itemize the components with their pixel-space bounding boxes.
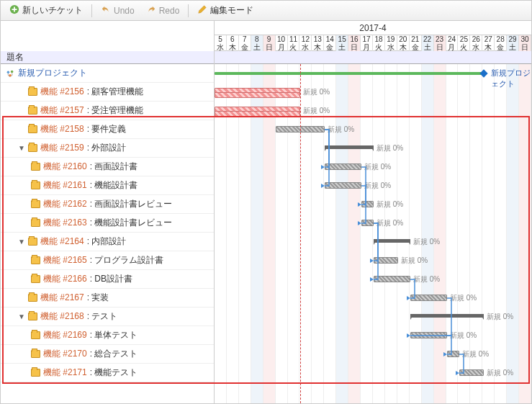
- task-link[interactable]: 機能 #2164: [40, 235, 84, 248]
- gantt-row-2167: 新規 0%: [215, 289, 531, 308]
- gantt-group-bar[interactable]: [325, 145, 374, 149]
- task-row-2168[interactable]: ▼機能 #2168: テスト: [1, 308, 214, 326]
- task-link[interactable]: 機能 #2162: [43, 198, 87, 210]
- gantt-bar[interactable]: [410, 332, 447, 338]
- svg-point-1: [7, 71, 10, 73]
- gantt-group-bar[interactable]: [374, 239, 410, 243]
- task-link[interactable]: 機能 #2167: [40, 292, 84, 304]
- task-name: : 総合テスト: [90, 348, 138, 360]
- task-name: : DB設計書: [90, 273, 132, 285]
- task-rows: 新規プロジェクト 機能 #2156: 顧客管理機能機能 #2157: 受注管理機…: [1, 64, 214, 403]
- task-row-2170[interactable]: 機能 #2170: 総合テスト: [1, 345, 214, 364]
- status-label: 新規 0%: [450, 331, 477, 341]
- redo-label: Redo: [159, 6, 180, 16]
- gantt-bar[interactable]: [410, 295, 447, 301]
- task-link[interactable]: 機能 #2160: [43, 161, 87, 173]
- gantt-bar[interactable]: [374, 276, 410, 282]
- folder-icon: [31, 200, 40, 208]
- day-cell: 19水: [385, 35, 397, 51]
- task-row-2166[interactable]: 機能 #2166: DB設計書: [1, 270, 214, 289]
- gantt-bar[interactable]: [325, 163, 361, 170]
- gantt-group-bar[interactable]: [410, 314, 484, 318]
- task-row-2156[interactable]: 機能 #2156: 顧客管理機能: [1, 83, 214, 102]
- task-row-2159[interactable]: ▼機能 #2159: 外部設計: [1, 139, 214, 158]
- task-link[interactable]: 機能 #2157: [40, 104, 84, 117]
- separator: [188, 4, 189, 17]
- task-row-2169[interactable]: 機能 #2169: 単体テスト: [1, 326, 214, 345]
- task-link[interactable]: 機能 #2169: [43, 329, 87, 341]
- gantt-bar[interactable]: [215, 111, 300, 117]
- gantt-bar[interactable]: [447, 351, 459, 357]
- task-name: : プログラム設計書: [90, 254, 164, 266]
- task-link[interactable]: 機能 #2159: [40, 142, 84, 154]
- gantt-bar[interactable]: [361, 201, 374, 207]
- day-cell: 29土: [507, 35, 519, 51]
- gantt-row-2160: 新規 0%: [215, 158, 531, 176]
- milestone-bar[interactable]: [215, 72, 484, 75]
- task-link[interactable]: 機能 #2156: [40, 86, 84, 98]
- gantt-area[interactable]: 新規プロジェクト新規 0%新規 0%新規 0%新規 0%新規 0%新規 0%新規…: [215, 64, 531, 403]
- gantt-bar[interactable]: [325, 182, 361, 189]
- task-row-2160[interactable]: 機能 #2160: 画面設計書: [1, 158, 214, 176]
- task-link[interactable]: 機能 #2171: [43, 367, 87, 379]
- project-icon: [5, 68, 15, 78]
- task-row-2161[interactable]: 機能 #2161: 機能設計書: [1, 176, 214, 195]
- task-link[interactable]: 機能 #2161: [43, 179, 87, 192]
- gantt-bar[interactable]: [374, 257, 398, 264]
- gantt-row-project: 新規プロジェクト: [215, 64, 531, 83]
- gantt-row-2171: 新規 0%: [215, 364, 531, 382]
- folder-icon: [28, 125, 37, 133]
- task-row-2165[interactable]: 機能 #2165: プログラム設計書: [1, 251, 214, 270]
- separator: [91, 4, 92, 17]
- task-link[interactable]: 機能 #2165: [43, 254, 87, 266]
- collapse-icon[interactable]: ▼: [18, 144, 25, 152]
- gantt-row-2161: 新規 0%: [215, 176, 531, 195]
- task-name: : 画面設計書: [90, 161, 138, 173]
- task-name: : 機能設計書レビュー: [90, 217, 173, 229]
- folder-icon: [31, 163, 40, 171]
- edit-mode-button[interactable]: 編集モード: [193, 3, 258, 18]
- today-line: [300, 64, 301, 403]
- task-link[interactable]: 機能 #2168: [40, 310, 84, 323]
- folder-icon: [28, 88, 37, 96]
- redo-button[interactable]: Redo: [142, 3, 184, 18]
- undo-button[interactable]: Undo: [96, 3, 139, 18]
- gantt-panel: 2017-4 5水6木7金8土9日10月11火12水13木14金15土16日17…: [215, 21, 531, 403]
- day-cell: 28金: [495, 35, 507, 51]
- gantt-row-2164: 新規 0%: [215, 233, 531, 251]
- collapse-icon[interactable]: ▼: [18, 238, 25, 246]
- gantt-row-2168: 新規 0%: [215, 308, 531, 326]
- task-link[interactable]: 機能 #2158: [40, 123, 84, 135]
- task-link[interactable]: 機能 #2163: [43, 217, 87, 229]
- project-row[interactable]: 新規プロジェクト: [1, 64, 214, 83]
- gantt-bar[interactable]: [459, 369, 484, 376]
- gantt-bar[interactable]: [215, 92, 300, 98]
- gantt-bar[interactable]: [361, 220, 374, 226]
- task-row-2164[interactable]: ▼機能 #2164: 内部設計: [1, 233, 214, 251]
- status-label: 新規 0%: [377, 199, 403, 210]
- task-row-2167[interactable]: 機能 #2167: 実装: [1, 289, 214, 308]
- new-ticket-button[interactable]: 新しいチケット: [5, 3, 87, 18]
- status-label: 新規 0%: [303, 87, 330, 97]
- day-cell: 27木: [482, 35, 495, 51]
- status-label: 新規 0%: [413, 237, 440, 247]
- status-label: 新規 0%: [450, 293, 477, 303]
- task-row-2171[interactable]: 機能 #2171: 機能テスト: [1, 364, 214, 382]
- task-link[interactable]: 機能 #2170: [43, 348, 87, 360]
- collapse-icon[interactable]: ▼: [18, 313, 25, 320]
- task-link[interactable]: 機能 #2166: [43, 273, 87, 285]
- task-row-2162[interactable]: 機能 #2162: 画面設計書レビュー: [1, 195, 214, 214]
- folder-icon: [28, 107, 37, 115]
- task-row-2157[interactable]: 機能 #2157: 受注管理機能: [1, 102, 214, 120]
- day-cell: 24月: [446, 35, 459, 51]
- month-row: 2017-4: [215, 21, 531, 35]
- task-row-2163[interactable]: 機能 #2163: 機能設計書レビュー: [1, 214, 214, 233]
- task-row-2158[interactable]: 機能 #2158: 要件定義: [1, 120, 214, 139]
- date-header: 2017-4 5水6木7金8土9日10月11火12水13木14金15土16日17…: [215, 21, 531, 51]
- task-name: : 単体テスト: [90, 329, 138, 341]
- task-name: : 機能設計書: [90, 179, 138, 192]
- folder-icon: [31, 369, 40, 377]
- gantt-row-2156: 新規 0%: [215, 83, 531, 102]
- day-cell: 17月: [361, 35, 373, 51]
- day-cell: 30日: [519, 35, 531, 51]
